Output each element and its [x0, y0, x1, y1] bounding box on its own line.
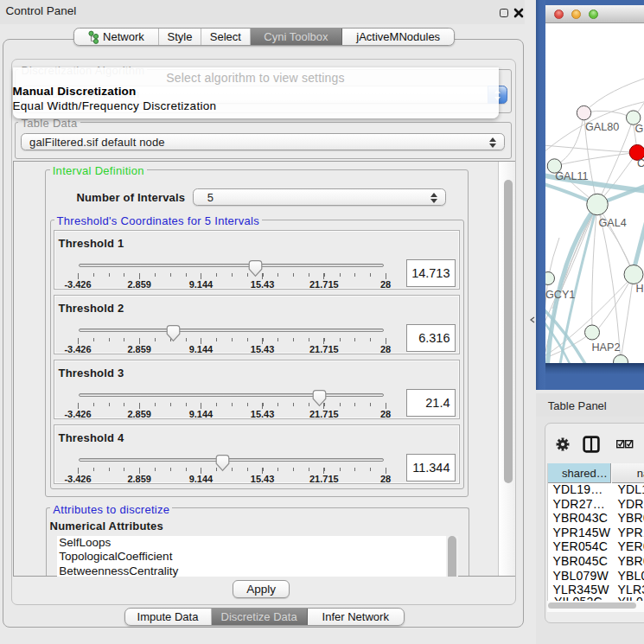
svg-text:G.: G. [635, 123, 644, 135]
svg-text:GAL4: GAL4 [599, 217, 627, 229]
svg-text:GCY1: GCY1 [545, 289, 575, 301]
svg-text:H: H [636, 283, 644, 295]
svg-text:HAP2: HAP2 [592, 341, 621, 354]
svg-text:GAL11: GAL11 [555, 170, 588, 182]
svg-text:GAL80: GAL80 [585, 121, 619, 133]
svg-text:C.: C. [637, 157, 644, 169]
